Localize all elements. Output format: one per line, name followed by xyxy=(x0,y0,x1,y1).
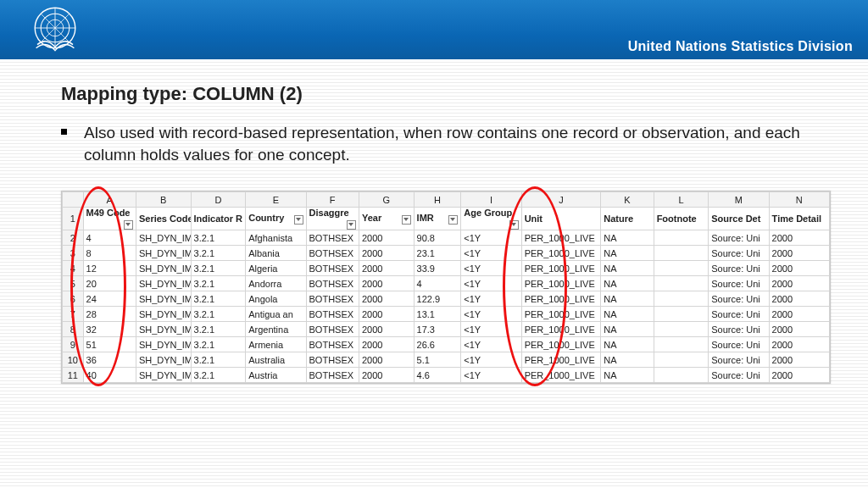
cell[interactable]: SH_DYN_IM xyxy=(136,291,191,307)
cell[interactable]: NA xyxy=(601,276,654,291)
cell[interactable]: <1Y xyxy=(461,307,521,322)
row-number[interactable]: 6 xyxy=(63,291,84,307)
cell[interactable]: <1Y xyxy=(461,276,521,291)
cell[interactable]: 2000 xyxy=(359,368,414,383)
cell[interactable]: 2000 xyxy=(769,291,829,307)
header-cell[interactable]: Time Detail xyxy=(769,208,829,230)
cell[interactable] xyxy=(654,276,709,291)
col-letter[interactable]: B xyxy=(136,192,191,208)
cell[interactable]: 4 xyxy=(414,276,461,291)
row-number[interactable]: 9 xyxy=(63,337,84,352)
col-letter[interactable]: L xyxy=(654,192,709,208)
cell[interactable]: BOTHSEX xyxy=(306,261,359,276)
cell[interactable]: 3.2.1 xyxy=(191,322,246,337)
cell[interactable]: 8 xyxy=(83,246,136,261)
cell[interactable]: 2000 xyxy=(359,322,414,337)
cell[interactable]: 3.2.1 xyxy=(191,230,246,246)
cell[interactable]: Argentina xyxy=(246,322,306,337)
cell[interactable]: PER_1000_LIVE xyxy=(521,368,601,383)
cell[interactable]: 5.1 xyxy=(414,352,461,368)
cell[interactable]: 3.2.1 xyxy=(191,261,246,276)
col-letter[interactable]: I xyxy=(461,192,521,208)
cell[interactable]: PER_1000_LIVE xyxy=(521,352,601,368)
cell[interactable]: Source: Uni xyxy=(709,368,769,383)
cell[interactable]: BOTHSEX xyxy=(306,322,359,337)
cell[interactable]: BOTHSEX xyxy=(306,352,359,368)
cell[interactable]: PER_1000_LIVE xyxy=(521,261,601,276)
header-cell[interactable]: Unit xyxy=(521,208,601,230)
cell[interactable]: PER_1000_LIVE xyxy=(521,276,601,291)
col-letter[interactable]: A xyxy=(83,192,136,208)
cell[interactable]: 36 xyxy=(83,352,136,368)
cell[interactable] xyxy=(654,230,709,246)
cell[interactable]: 2000 xyxy=(769,352,829,368)
cell[interactable]: 2000 xyxy=(769,368,829,383)
cell[interactable]: Source: Uni xyxy=(709,276,769,291)
cell[interactable] xyxy=(654,291,709,307)
cell[interactable]: 2000 xyxy=(359,291,414,307)
filter-icon[interactable] xyxy=(294,215,303,225)
header-cell[interactable]: Disaggre xyxy=(306,208,359,230)
cell[interactable]: Source: Uni xyxy=(709,246,769,261)
cell[interactable]: 3.2.1 xyxy=(191,368,246,383)
cell[interactable]: Algeria xyxy=(246,261,306,276)
cell[interactable] xyxy=(654,261,709,276)
cell[interactable]: 2000 xyxy=(769,276,829,291)
filter-icon[interactable] xyxy=(448,215,458,225)
cell[interactable]: PER_1000_LIVE xyxy=(521,307,601,322)
cell[interactable]: <1Y xyxy=(461,230,521,246)
cell[interactable]: 3.2.1 xyxy=(191,291,246,307)
cell[interactable]: BOTHSEX xyxy=(306,337,359,352)
cell[interactable]: 4.6 xyxy=(414,368,461,383)
cell[interactable]: 2000 xyxy=(359,261,414,276)
cell[interactable]: NA xyxy=(601,307,654,322)
cell[interactable]: 2000 xyxy=(769,337,829,352)
cell[interactable]: Source: Uni xyxy=(709,307,769,322)
cell[interactable] xyxy=(654,322,709,337)
cell[interactable]: SH_DYN_IM xyxy=(136,368,191,383)
header-cell[interactable]: Age Group xyxy=(461,208,521,230)
cell[interactable]: SH_DYN_IM xyxy=(136,246,191,261)
cell[interactable]: 2000 xyxy=(359,337,414,352)
cell[interactable]: NA xyxy=(601,368,654,383)
cell[interactable]: <1Y xyxy=(461,368,521,383)
cell[interactable]: 2000 xyxy=(769,246,829,261)
row-number[interactable]: 1 xyxy=(63,208,84,230)
filter-icon[interactable] xyxy=(124,220,133,230)
header-cell[interactable]: M49 Code xyxy=(83,208,136,230)
select-all-cell[interactable] xyxy=(63,192,84,208)
row-number[interactable]: 7 xyxy=(63,307,84,322)
cell[interactable]: 2000 xyxy=(769,230,829,246)
cell[interactable]: <1Y xyxy=(461,261,521,276)
cell[interactable]: 2000 xyxy=(359,276,414,291)
cell[interactable]: 23.1 xyxy=(414,246,461,261)
cell[interactable] xyxy=(654,368,709,383)
cell[interactable]: BOTHSEX xyxy=(306,307,359,322)
cell[interactable]: 3.2.1 xyxy=(191,276,246,291)
cell[interactable]: 26.6 xyxy=(414,337,461,352)
row-number[interactable]: 11 xyxy=(63,368,84,383)
cell[interactable]: BOTHSEX xyxy=(306,276,359,291)
cell[interactable]: SH_DYN_IM xyxy=(136,307,191,322)
cell[interactable]: NA xyxy=(601,261,654,276)
cell[interactable]: Armenia xyxy=(246,337,306,352)
col-letter[interactable]: K xyxy=(601,192,654,208)
cell[interactable]: Austria xyxy=(246,368,306,383)
cell[interactable]: 33.9 xyxy=(414,261,461,276)
cell[interactable]: Australia xyxy=(246,352,306,368)
cell[interactable]: 2000 xyxy=(769,307,829,322)
cell[interactable]: Antigua an xyxy=(246,307,306,322)
cell[interactable] xyxy=(654,352,709,368)
cell[interactable]: BOTHSEX xyxy=(306,368,359,383)
cell[interactable]: 2000 xyxy=(359,352,414,368)
cell[interactable]: 3.2.1 xyxy=(191,246,246,261)
cell[interactable]: SH_DYN_IM xyxy=(136,322,191,337)
cell[interactable]: Source: Uni xyxy=(709,322,769,337)
cell[interactable]: SH_DYN_IM xyxy=(136,337,191,352)
col-letter[interactable]: G xyxy=(359,192,414,208)
cell[interactable]: Angola xyxy=(246,291,306,307)
row-number[interactable]: 10 xyxy=(63,352,84,368)
cell[interactable]: <1Y xyxy=(461,246,521,261)
cell[interactable]: 122.9 xyxy=(414,291,461,307)
cell[interactable]: 2000 xyxy=(359,246,414,261)
